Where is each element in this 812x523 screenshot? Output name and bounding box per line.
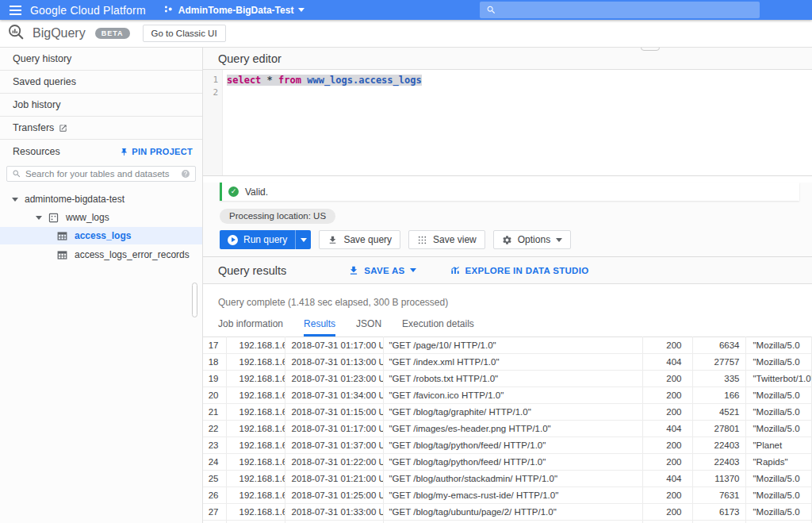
dataset-node-label: www_logs xyxy=(66,212,109,223)
table-row: 22192.168.1.62018-07-31 01:17:00 UTC"GET… xyxy=(203,421,812,437)
help-icon[interactable] xyxy=(181,169,190,179)
save-query-button[interactable]: Save query xyxy=(319,230,400,249)
download-icon xyxy=(348,265,359,276)
cell-user-agent: "Mozilla/5.0 xyxy=(745,471,812,487)
cell-bytes: 335 xyxy=(692,371,745,387)
editor-status-area: ✓ Valid. Processing location: US Run que… xyxy=(203,183,812,257)
cell-ip: 192.168.1.6 xyxy=(226,354,285,371)
dataset-search-input[interactable] xyxy=(25,169,181,179)
cell-bytes: 4521 xyxy=(692,404,745,421)
sql-table-identifier: www_logs.access_logs xyxy=(307,75,422,86)
cell-status: 200 xyxy=(642,454,692,471)
sidebar-item-query-history[interactable]: Query history xyxy=(0,48,202,71)
table-icon xyxy=(57,231,67,241)
main-content: Query editor 1 2 select * from www_logs.… xyxy=(203,48,812,523)
global-search-input[interactable] xyxy=(501,5,739,16)
save-view-button[interactable]: Save view xyxy=(408,230,485,249)
table-row: 20192.168.1.62018-07-31 01:34:00 UTC"GET… xyxy=(203,387,812,404)
chevron-down-icon[interactable] xyxy=(36,216,42,220)
query-results-header: Query results SAVE AS EXPLORE IN DATA ST… xyxy=(203,257,812,284)
editor-code-area[interactable]: select * from www_logs.access_logs xyxy=(223,70,812,175)
sql-editor[interactable]: 1 2 select * from www_logs.access_logs xyxy=(203,70,812,176)
chevron-down-icon[interactable] xyxy=(12,198,18,202)
cell-timestamp: 2018-07-31 01:25:00 UTC xyxy=(285,487,383,504)
run-query-button[interactable]: Run query xyxy=(220,230,295,249)
run-query-button-group: Run query xyxy=(220,230,311,249)
dataset-search-box[interactable] xyxy=(6,166,196,182)
save-as-button[interactable]: SAVE AS xyxy=(348,265,416,276)
cell-ip: 192.168.1.6 xyxy=(226,371,285,387)
cell-bytes: 7631 xyxy=(692,487,745,504)
run-query-dropdown-button[interactable] xyxy=(295,230,311,249)
table-row: 28192.168.1.62018-07-31 01:38:00 UTC"GET… xyxy=(203,521,812,523)
options-button[interactable]: Options xyxy=(493,230,571,249)
cell-timestamp: 2018-07-31 01:34:00 UTC xyxy=(285,387,383,404)
cell-row-num: 22 xyxy=(203,421,226,437)
app-header: BigQuery BETA Go to Classic UI xyxy=(0,20,812,48)
cell-user-agent: "Mozilla/5.0 xyxy=(745,421,812,437)
tree-node-project[interactable]: admintome-bigdata-test xyxy=(0,191,202,207)
run-query-label: Run query xyxy=(243,234,287,245)
table-row: 27192.168.1.62018-07-31 01:33:00 UTC"GET… xyxy=(203,504,812,521)
sidebar-scrollbar-thumb[interactable] xyxy=(192,283,197,317)
sql-keyword: select xyxy=(227,75,261,86)
cell-user-agent: "Mozilla/5.0 xyxy=(745,504,812,521)
sidebar-item-transfers[interactable]: Transfers xyxy=(0,117,202,140)
cell-ip: 192.168.1.6 xyxy=(226,337,285,354)
results-tab-bar: Job information Results JSON Execution d… xyxy=(218,318,812,336)
save-as-label: SAVE AS xyxy=(364,266,404,275)
sidebar-item-job-history[interactable]: Job history xyxy=(0,94,202,117)
cell-ip: 192.168.1.6 xyxy=(226,387,285,404)
cell-row-num: 21 xyxy=(203,404,226,421)
query-action-buttons: Run query Save query Save view Options xyxy=(220,230,812,249)
sql-statement: select * from www_logs.access_logs xyxy=(227,74,812,87)
cell-status: 404 xyxy=(642,421,692,437)
global-search-bar[interactable] xyxy=(480,2,760,18)
cell-request: "GET /blog/tag/ubuntu/page/2/ HTTP/1.0" xyxy=(383,504,642,521)
pin-project-button[interactable]: PIN PROJECT xyxy=(120,147,193,156)
tree-node-table-access-logs-error-records[interactable]: access_logs_error_records xyxy=(0,246,202,263)
cell-request: "GET /images/jenkins_image.png HTTP/1.0" xyxy=(383,521,642,523)
project-icon xyxy=(163,4,174,17)
cell-ip: 192.168.1.6 xyxy=(226,471,285,487)
query-status-text: Query complete (1.418 sec elapsed, 300 B… xyxy=(203,284,812,308)
processing-location-chip[interactable]: Processing location: US xyxy=(220,209,335,224)
download-icon xyxy=(327,235,338,245)
sidebar-item-label: Query history xyxy=(13,53,71,64)
cell-row-num: 24 xyxy=(203,454,226,471)
table-row: 17192.168.1.62018-07-31 01:17:00 UTC"GET… xyxy=(203,337,812,354)
cell-row-num: 27 xyxy=(203,504,226,521)
cell-request: "GET /blog/author/stackadmin/ HTTP/1.0" xyxy=(383,471,642,487)
cell-bytes: 22403 xyxy=(692,437,745,454)
chevron-down-icon xyxy=(556,238,562,242)
table-row: 25192.168.1.62018-07-31 01:21:00 UTC"GET… xyxy=(203,471,812,487)
cell-request: "GET /blog/my-emacs-rust-ide/ HTTP/1.0" xyxy=(383,487,642,504)
sidebar-item-label: Transfers xyxy=(13,122,54,133)
cell-request: "GET /blog/tag/python/feed/ HTTP/1.0" xyxy=(383,437,642,454)
cell-ip: 192.168.1.6 xyxy=(226,487,285,504)
cell-row-num: 28 xyxy=(203,521,226,523)
project-selector[interactable]: AdminTome-BigData-Test xyxy=(163,4,305,17)
cell-request: "GET /robots.txt HTTP/1.0" xyxy=(383,371,642,387)
tab-execution-details[interactable]: Execution details xyxy=(402,318,474,336)
cell-status: 200 xyxy=(642,437,692,454)
explore-label: EXPLORE IN DATA STUDIO xyxy=(465,266,589,275)
table-row: 19192.168.1.62018-07-31 01:23:00 UTC"GET… xyxy=(203,371,812,387)
explore-in-data-studio-button[interactable]: EXPLORE IN DATA STUDIO xyxy=(450,265,589,276)
tab-results[interactable]: Results xyxy=(304,318,335,336)
cell-user-agent: "Mozilla/5.0 xyxy=(745,354,812,371)
query-results-title: Query results xyxy=(218,264,286,277)
cell-timestamp: 2018-07-31 01:21:00 UTC xyxy=(285,471,383,487)
sidebar-item-saved-queries[interactable]: Saved queries xyxy=(0,71,202,94)
cell-ip: 192.168.1.6 xyxy=(226,421,285,437)
menu-icon[interactable] xyxy=(0,6,30,15)
tab-json[interactable]: JSON xyxy=(356,318,381,336)
cell-timestamp: 2018-07-31 01:15:00 UTC xyxy=(285,404,383,421)
save-view-label: Save view xyxy=(433,234,477,245)
cell-ip: 192.168.1.6 xyxy=(226,437,285,454)
grid-icon xyxy=(417,235,427,245)
tab-job-information[interactable]: Job information xyxy=(218,318,283,336)
tree-node-dataset[interactable]: www_logs xyxy=(0,210,202,225)
tree-node-table-access-logs[interactable]: access_logs xyxy=(0,227,202,244)
go-to-classic-ui-button[interactable]: Go to Classic UI xyxy=(143,25,226,42)
